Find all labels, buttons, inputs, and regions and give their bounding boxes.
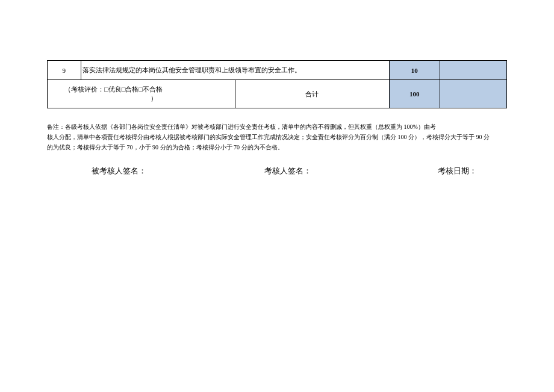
evaluation-cell: （考核评价：□优良□合格□不合格 ） — [48, 80, 235, 108]
total-blank — [440, 80, 506, 108]
row-description: 落实法律法规规定的本岗位其他安全管理职责和上级领导布置的安全工作。 — [81, 61, 389, 80]
assessor-signature-label: 考核人签名： — [264, 166, 311, 176]
evaluation-close-paren: ） — [151, 95, 157, 102]
signature-row: 被考核人签名： 考核人签名： 考核日期： — [47, 166, 507, 176]
evaluation-label: （考核评价：□优良□合格□不合格 — [64, 86, 163, 93]
table-row: 9 落实法律法规规定的本岗位其他安全管理职责和上级领导布置的安全工作。 10 — [48, 61, 507, 80]
total-score: 100 — [390, 80, 440, 108]
note-line: 核人分配，清单中各项责任考核得分由考核人根据被考核部门的实际安全管理工作完成情况… — [47, 132, 507, 142]
assessment-table-section: 9 落实法律法规规定的本岗位其他安全管理职责和上级领导布置的安全工作。 10 （… — [47, 60, 507, 108]
row-index: 9 — [48, 61, 81, 80]
note-line: 备注：各级考核人依据《各部门各岗位安全责任清单》对被考核部门进行安全责任考核，清… — [47, 122, 507, 132]
assessment-table: 9 落实法律法规规定的本岗位其他安全管理职责和上级领导布置的安全工作。 10 （… — [47, 60, 507, 108]
assessee-signature-label: 被考核人签名： — [92, 166, 146, 176]
note-line: 的为优良；考核得分大于等于 70，小于 90 分的为合格；考核得分小于 70 分… — [47, 142, 507, 152]
row-score: 10 — [390, 61, 440, 80]
table-row-total: （考核评价：□优良□合格□不合格 ） 合计 100 — [48, 80, 507, 108]
assessment-date-label: 考核日期： — [438, 166, 477, 176]
row-blank — [440, 61, 506, 80]
notes-section: 备注：各级考核人依据《各部门各岗位安全责任清单》对被考核部门进行安全责任考核，清… — [47, 122, 507, 152]
total-label: 合计 — [235, 80, 389, 108]
